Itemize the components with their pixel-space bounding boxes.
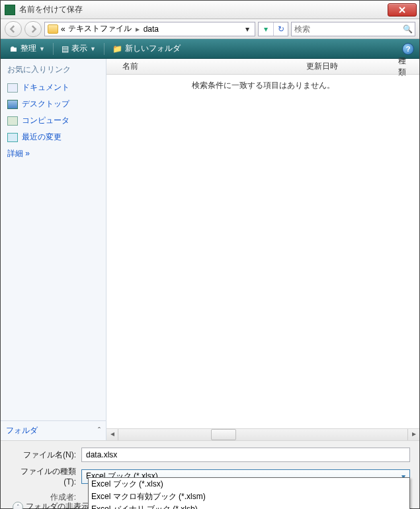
chevron-down-icon: ▼ bbox=[90, 46, 96, 52]
toolbar-separator bbox=[53, 43, 54, 55]
search-input[interactable] bbox=[292, 24, 400, 34]
new-folder-button[interactable]: 📁 新しいフォルダ bbox=[108, 41, 185, 56]
filetype-option[interactable]: Excel ブック (*.xlsx) bbox=[89, 478, 409, 490]
no-results-text: 検索条件に一致する項目はありません。 bbox=[106, 75, 419, 91]
views-icon: ▤ bbox=[62, 44, 69, 54]
search-icon[interactable]: 🔍 bbox=[400, 24, 415, 34]
scroll-left-button[interactable]: ◂ bbox=[106, 429, 118, 440]
excel-app-icon bbox=[5, 5, 15, 15]
new-folder-label: 新しいフォルダ bbox=[125, 43, 181, 54]
filename-value: data.xlsx bbox=[86, 450, 117, 459]
documents-icon bbox=[7, 83, 18, 93]
filetype-dropdown-list: Excel ブック (*.xlsx)Excel マクロ有効ブック (*.xlsm… bbox=[88, 477, 410, 509]
folder-icon bbox=[48, 24, 58, 34]
help-button[interactable]: ? bbox=[402, 43, 414, 55]
sidebar-item-documents[interactable]: ドキュメント bbox=[5, 79, 102, 96]
sidebar-item-label: コンピュータ bbox=[22, 115, 69, 126]
nav-row: « テキストファイル ▸ data ▾ ▾ ↻ 🔍 bbox=[1, 19, 419, 39]
sidebar-item-computer[interactable]: コンピュータ bbox=[5, 112, 102, 129]
arrow-left-icon bbox=[9, 25, 17, 33]
close-icon bbox=[399, 7, 405, 13]
sidebar-item-label: ドキュメント bbox=[22, 82, 69, 93]
sidebar-item-desktop[interactable]: デスクトップ bbox=[5, 96, 102, 112]
organize-label: 整理 bbox=[21, 43, 36, 54]
breadcrumb[interactable]: « テキストファイル ▸ data ▾ bbox=[44, 22, 255, 36]
breadcrumb-prefix: « bbox=[61, 24, 65, 34]
breadcrumb-segment-1[interactable]: テキストファイル bbox=[68, 23, 132, 34]
filetype-label: ファイルの種類(T): bbox=[10, 466, 81, 487]
filetype-option[interactable]: Excel バイナリ ブック (*.xlsb) bbox=[89, 503, 409, 509]
filetype-option[interactable]: Excel マクロ有効ブック (*.xlsm) bbox=[89, 490, 409, 503]
toolbar: 🖿 整理 ▼ ▤ 表示 ▼ 📁 新しいフォルダ ? bbox=[1, 39, 419, 59]
views-button[interactable]: ▤ 表示 ▼ bbox=[58, 41, 100, 56]
close-button[interactable] bbox=[388, 3, 417, 17]
sidebar-detail-link[interactable]: 詳細 » bbox=[1, 145, 106, 162]
column-headers: 名前 更新日時 種類 bbox=[106, 59, 419, 75]
sidebar-item-label: 最近の変更 bbox=[22, 132, 62, 143]
folders-label: フォルダ bbox=[6, 425, 38, 436]
breadcrumb-separator: ▸ bbox=[134, 24, 141, 34]
breadcrumb-segment-2[interactable]: data bbox=[144, 24, 159, 34]
filename-label: ファイル名(N): bbox=[10, 450, 81, 461]
titlebar: 名前を付けて保存 bbox=[1, 1, 419, 19]
toolbar-separator bbox=[104, 43, 105, 55]
sidebar: お気に入りリンク ドキュメント デスクトップ コンピュータ 最近の変更 詳細 »… bbox=[1, 59, 106, 440]
nav-back-button[interactable] bbox=[5, 21, 22, 37]
refresh-button[interactable]: ↻ bbox=[273, 22, 288, 36]
organize-icon: 🖿 bbox=[10, 44, 18, 54]
column-header-date[interactable]: 更新日時 bbox=[301, 61, 393, 72]
views-label: 表示 bbox=[71, 43, 87, 54]
filename-row: ファイル名(N): data.xlsx bbox=[10, 448, 410, 462]
form-area-wrap: ファイル名(N): data.xlsx ファイルの種類(T): Excel ブッ… bbox=[1, 440, 419, 508]
scroll-right-button[interactable]: ▸ bbox=[407, 429, 419, 440]
body-split: お気に入りリンク ドキュメント デスクトップ コンピュータ 最近の変更 詳細 »… bbox=[1, 59, 419, 440]
column-header-name[interactable]: 名前 bbox=[117, 61, 301, 72]
hide-folders-label: フォルダの非表示 bbox=[26, 501, 89, 509]
desktop-icon bbox=[7, 100, 18, 109]
history-dropdown-button[interactable]: ▾ bbox=[259, 22, 273, 36]
arrow-right-icon bbox=[29, 25, 37, 33]
save-as-dialog: 名前を付けて保存 « テキストファイル ▸ data ▾ ▾ ↻ 🔍 bbox=[0, 0, 420, 509]
sidebar-item-recent[interactable]: 最近の変更 bbox=[5, 129, 102, 145]
nav-forward-button[interactable] bbox=[24, 21, 42, 37]
horizontal-scrollbar[interactable]: ◂ ▸ bbox=[106, 428, 419, 440]
search-box: 🔍 bbox=[291, 22, 415, 36]
refresh-buttons: ▾ ↻ bbox=[258, 22, 288, 36]
recent-icon bbox=[7, 133, 18, 142]
filename-input[interactable]: data.xlsx bbox=[81, 448, 410, 462]
hide-folders-button[interactable]: ˄ フォルダの非表示 bbox=[13, 501, 89, 509]
sidebar-favorites-list: ドキュメント デスクトップ コンピュータ 最近の変更 bbox=[1, 79, 106, 145]
file-list-pane: 名前 更新日時 種類 検索条件に一致する項目はありません。 ◂ ▸ bbox=[106, 59, 419, 440]
computer-icon bbox=[7, 116, 18, 126]
sidebar-heading: お気に入りリンク bbox=[1, 59, 106, 79]
scroll-thumb[interactable] bbox=[211, 429, 236, 440]
sidebar-folders-toggle[interactable]: フォルダ ˆ bbox=[1, 420, 106, 440]
chevron-up-icon: ˄ bbox=[13, 502, 23, 510]
file-area: 検索条件に一致する項目はありません。 bbox=[106, 75, 419, 428]
chevron-up-icon: ˆ bbox=[98, 426, 101, 436]
new-folder-icon: 📁 bbox=[112, 44, 122, 54]
breadcrumb-dropdown[interactable]: ▾ bbox=[243, 24, 252, 34]
sidebar-item-label: デスクトップ bbox=[22, 98, 69, 110]
chevron-down-icon: ▼ bbox=[39, 46, 45, 52]
organize-button[interactable]: 🖿 整理 ▼ bbox=[6, 41, 49, 56]
window-title: 名前を付けて保存 bbox=[19, 4, 388, 15]
